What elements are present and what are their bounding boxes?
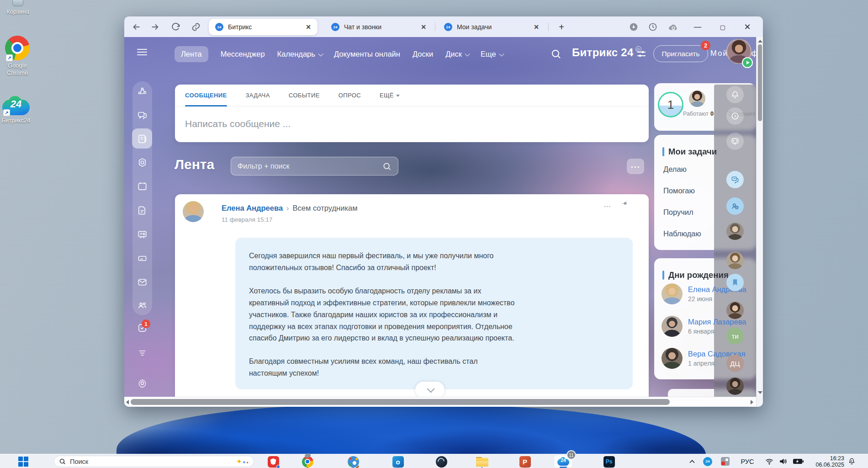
tab-more[interactable]: ЕЩЁ — [380, 92, 400, 99]
contact-initials[interactable]: ти — [726, 327, 744, 345]
taskbar-app-photoshop[interactable]: Ps — [603, 456, 615, 468]
nav-item-feed[interactable]: Лента — [175, 46, 208, 62]
desktop-icon-chrome[interactable]: ↗ Google Chrome — [0, 36, 37, 77]
tray-bitrix-icon[interactable]: 24 — [703, 454, 713, 468]
nav-item-more[interactable]: Еще — [481, 50, 503, 58]
sidebar-item-network[interactable] — [137, 86, 148, 97]
browser-tab-bitrix[interactable]: 24 Битрикс ✕ — [209, 19, 318, 35]
horizontal-scrollbar[interactable] — [124, 397, 756, 407]
contact-avatar[interactable] — [726, 302, 744, 319]
nav-item-disk[interactable]: Диск — [445, 50, 468, 58]
tab-message[interactable]: СООБЩЕНИЕ — [185, 92, 227, 99]
volume-icon[interactable] — [778, 454, 789, 468]
sidebar-item-company[interactable] — [137, 300, 148, 311]
chat-sync-icon[interactable] — [726, 133, 744, 150]
cloud-sync-icon[interactable] — [668, 22, 678, 32]
chat-bubbles-icon[interactable] — [726, 171, 744, 188]
taskbar-search[interactable]: Поиск ✦✦✦ — [54, 456, 254, 467]
nav-item-calendar[interactable]: Календарь — [277, 50, 322, 58]
battery-icon[interactable] — [792, 454, 804, 468]
wifi-icon[interactable] — [764, 454, 775, 468]
desktop-icon-bitrix24[interactable]: 24 ↗ Битрикс24 — [0, 97, 36, 124]
tray-language[interactable]: РУС — [739, 454, 756, 468]
taskbar-app-dark-browser[interactable] — [435, 456, 447, 468]
feed-more-button[interactable]: ... — [627, 159, 644, 174]
sidebar-item-drive[interactable] — [137, 253, 148, 264]
post-author-link[interactable]: Елена Андреева — [222, 204, 283, 212]
scroll-down-arrow[interactable] — [758, 391, 762, 394]
play-status-icon[interactable] — [742, 57, 753, 68]
sidebar-item-chats[interactable] — [137, 110, 148, 121]
tab-close-icon[interactable]: ✕ — [306, 23, 311, 31]
sidebar-item-mail[interactable] — [137, 277, 148, 287]
maximize-button[interactable]: ▢ — [717, 21, 728, 32]
nav-item-messenger[interactable]: Мессенджер — [221, 50, 265, 58]
desktop-icon-recycle-bin[interactable]: Корзина — [0, 0, 37, 16]
post-audience[interactable]: Всем сотрудникам — [293, 204, 358, 212]
search-icon[interactable] — [550, 48, 561, 59]
taskbar-app-security[interactable] — [267, 456, 279, 468]
sidebar-item-whiteboard[interactable] — [137, 229, 148, 240]
invite-button[interactable]: Пригласить — [653, 45, 708, 62]
settings-sliders-icon[interactable] — [637, 50, 646, 58]
close-button[interactable]: ✕ — [742, 21, 753, 32]
scroll-up-arrow[interactable] — [758, 40, 762, 43]
taskbar-app-paint[interactable] — [347, 456, 359, 468]
notifications-bell-icon[interactable] — [726, 86, 744, 103]
refresh-icon[interactable] — [171, 22, 181, 32]
post-author-avatar[interactable] — [183, 201, 204, 222]
sidebar-item-documents[interactable] — [137, 205, 148, 216]
scroll-left-arrow[interactable] — [126, 400, 129, 404]
task-filter-helping[interactable]: Помогаю — [663, 186, 695, 195]
start-button[interactable] — [18, 457, 28, 467]
browser-tab-tasks[interactable]: 24 Мои задачи ✕ — [439, 19, 544, 35]
downloads-icon[interactable] — [629, 22, 638, 32]
taskbar-app-outlook[interactable]: o — [392, 456, 404, 468]
tab-event[interactable]: СОБЫТИЕ — [289, 92, 320, 99]
counter-circle[interactable]: 1 — [658, 92, 683, 117]
sidebar-item-crm[interactable] — [137, 348, 148, 358]
sidebar-item-settings[interactable] — [137, 378, 148, 388]
nav-item-docs[interactable]: Документы онлайн — [334, 50, 400, 58]
vertical-scrollbar[interactable] — [756, 37, 763, 407]
tab-poll[interactable]: ОПРОС — [339, 92, 361, 99]
horizontal-scroll-thumb[interactable] — [131, 399, 670, 405]
contact-initials[interactable]: ДЦ — [726, 355, 744, 372]
taskbar-app-explorer[interactable] — [476, 456, 488, 468]
sidebar-item-tasks-projects[interactable] — [137, 157, 148, 168]
sidebar-item-feed[interactable] — [137, 133, 148, 144]
minimize-button[interactable]: — — [692, 21, 703, 32]
filter-search-input[interactable]: Фильтр + поиск — [231, 157, 398, 176]
scroll-right-arrow[interactable] — [751, 400, 753, 404]
task-filter-watching[interactable]: Наблюдаю — [663, 229, 701, 238]
nav-item-boards[interactable]: Доски — [413, 50, 433, 58]
tray-expand-icon[interactable] — [688, 454, 697, 468]
notification-bell-icon[interactable]: z — [846, 454, 857, 468]
taskbar-app-powerpoint[interactable]: P — [519, 456, 531, 468]
tab-close-icon[interactable]: ✕ — [534, 23, 539, 31]
task-filter-assigned[interactable]: Поручил — [663, 208, 693, 217]
expand-post-button[interactable] — [415, 382, 445, 398]
contact-avatar[interactable] — [726, 378, 744, 395]
tab-close-icon[interactable]: ✕ — [421, 23, 426, 31]
vertical-scroll-thumb[interactable] — [758, 44, 762, 121]
tray-antivirus-icon[interactable] — [720, 454, 730, 468]
post-more-icon[interactable]: ... — [604, 201, 611, 208]
widget-avatar[interactable] — [689, 90, 705, 107]
browser-tab-chat[interactable]: 24 Чат и звонки ✕ — [327, 19, 431, 35]
person-clock-icon[interactable] — [726, 197, 744, 215]
menu-icon[interactable] — [137, 49, 147, 56]
taskbar-app-chrome[interactable] — [302, 456, 313, 468]
task-filter-doing[interactable]: Делаю — [663, 165, 687, 174]
bookmark-icon[interactable] — [726, 274, 744, 291]
sidebar-item-calendar[interactable] — [137, 181, 148, 191]
tab-task[interactable]: ЗАДАЧА — [246, 92, 270, 99]
message-input[interactable]: Написать сообщение ... — [175, 106, 649, 129]
tray-clock[interactable]: 16:2306.06.2025 — [812, 455, 844, 468]
contact-avatar[interactable] — [726, 223, 744, 240]
history-icon[interactable] — [648, 22, 657, 32]
new-tab-button[interactable]: + — [556, 21, 567, 32]
forward-icon[interactable] — [150, 22, 160, 32]
pin-icon[interactable] — [619, 198, 630, 209]
contact-avatar[interactable] — [726, 252, 744, 269]
